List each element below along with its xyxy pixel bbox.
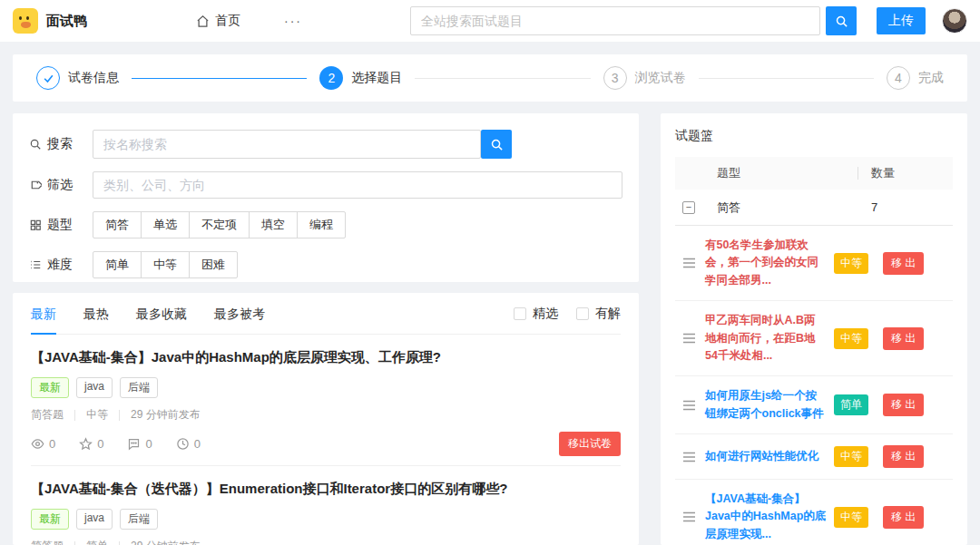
tag-icon	[29, 179, 42, 191]
remove-button[interactable]: 移 出	[883, 394, 924, 416]
group-count: 7	[858, 200, 953, 214]
name-search-button[interactable]	[481, 130, 512, 159]
question-meta: 简答题 中等 29 分钟前发布	[31, 407, 621, 423]
basket-item-title[interactable]: 如何进行网站性能优化	[705, 448, 827, 465]
difficulty-medium-button[interactable]: 中等	[141, 251, 190, 278]
type-short-answer-button[interactable]: 简答	[93, 211, 142, 238]
difficulty-badge: 中等	[834, 446, 868, 467]
step-connector	[699, 78, 874, 79]
tab-hottest[interactable]: 最热	[83, 293, 109, 335]
tag-new[interactable]: 最新	[31, 509, 69, 530]
step-connector	[132, 78, 307, 79]
remove-from-paper-button[interactable]: 移出试卷	[559, 432, 621, 456]
difficulty-hard-button[interactable]: 困难	[189, 251, 238, 278]
tag-backend[interactable]: 后端	[120, 509, 158, 530]
basket-item-title[interactable]: 如何用原生js给一个按钮绑定两个onclick事件	[705, 387, 827, 423]
brand-name: 面试鸭	[46, 13, 87, 30]
top-header: 面试鸭 首页 ··· 上传	[0, 0, 980, 42]
name-search-input[interactable]	[93, 130, 481, 159]
nav-home[interactable]: 首页	[196, 13, 240, 29]
basket-item: 有50名学生参加联欢会，第一个到会的女同学同全部男... 中等 移 出	[675, 226, 953, 301]
drag-handle-icon[interactable]	[682, 333, 696, 344]
drag-handle-icon[interactable]	[682, 452, 696, 462]
tag-backend[interactable]: 后端	[120, 377, 158, 398]
grid-icon	[29, 219, 42, 231]
basket-item-title[interactable]: 有50名学生参加联欢会，第一个到会的女同学同全部男...	[705, 237, 827, 289]
filter-row-label: 筛选	[29, 177, 93, 193]
basket-item-title[interactable]: 【JAVA基础-集合】Java中的HashMap的底层原理实现...	[705, 491, 827, 543]
basket-item: 如何进行网站性能优化 中等 移 出	[675, 434, 953, 480]
step-number: 4	[887, 66, 910, 90]
search-row-label: 搜索	[29, 136, 93, 152]
question-title[interactable]: 【JAVA基础-集合】Java中的HashMap的底层原理实现、工作原理?	[31, 349, 621, 366]
checkbox-icon	[576, 307, 589, 320]
star-count[interactable]: 0	[79, 437, 103, 451]
basket-item: 如何用原生js给一个按钮绑定两个onclick事件 简单 移 出	[675, 376, 953, 434]
comment-count[interactable]: 0	[127, 437, 152, 451]
category-filter-input[interactable]	[93, 171, 622, 199]
step-preview-paper: 3 浏览试卷	[603, 66, 686, 90]
type-fill-blank-button[interactable]: 填空	[249, 211, 298, 238]
view-count: 0	[31, 437, 55, 451]
step-number: 3	[603, 66, 627, 90]
step-label: 选择题目	[351, 70, 402, 86]
basket-table-header: 题型 数量	[675, 157, 953, 190]
global-search-button[interactable]	[826, 6, 857, 35]
tab-most-collected[interactable]: 最多收藏	[136, 293, 187, 335]
question-item: 【JAVA基础-集合】Java中的HashMap的底层原理实现、工作原理? 最新…	[31, 335, 621, 466]
step-select-questions: 2 选择题目	[319, 66, 402, 90]
difficulty-row-label: 难度	[29, 257, 93, 273]
duck-logo-icon[interactable]	[13, 8, 38, 34]
column-count: 数量	[858, 165, 953, 181]
basket-item: 【JAVA基础-集合】Java中的HashMap的底层原理实现... 中等 移 …	[675, 480, 953, 545]
remove-button[interactable]: 移 出	[883, 252, 924, 275]
drag-handle-icon[interactable]	[682, 400, 696, 411]
nav-more-menu[interactable]: ···	[284, 14, 302, 28]
step-done: 4 完成	[887, 66, 944, 90]
nav-home-label: 首页	[215, 13, 240, 29]
checkbox-icon	[514, 307, 526, 320]
remove-button[interactable]: 移 出	[883, 506, 924, 529]
difficulty-badge: 中等	[834, 328, 868, 349]
step-label: 浏览试卷	[635, 70, 686, 86]
drag-handle-icon[interactable]	[682, 511, 696, 522]
type-multi-choice-button[interactable]: 不定项	[189, 211, 250, 238]
tab-newest[interactable]: 最新	[31, 293, 56, 335]
question-title[interactable]: 【JAVA基础-集合（迭代器）】Enumeration接口和Iterator接口…	[31, 481, 621, 498]
tag-java[interactable]: java	[76, 509, 113, 530]
basket-title: 试题篮	[675, 128, 953, 144]
remove-button[interactable]: 移 出	[883, 327, 924, 350]
drag-handle-icon[interactable]	[682, 258, 696, 268]
search-icon	[835, 15, 848, 28]
global-search-input[interactable]	[410, 6, 820, 35]
featured-checkbox[interactable]: 精选	[514, 306, 558, 322]
difficulty-easy-button[interactable]: 简单	[93, 251, 142, 278]
step-check-icon	[36, 66, 60, 90]
step-label: 试卷信息	[68, 70, 119, 86]
filter-panel: 搜索 筛选 题型 简答	[13, 113, 639, 282]
tag-new[interactable]: 最新	[31, 377, 69, 398]
collapse-icon[interactable]: −	[682, 201, 695, 214]
tab-most-tested[interactable]: 最多被考	[214, 293, 265, 335]
has-answer-checkbox[interactable]: 有解	[576, 306, 621, 322]
difficulty-badge: 简单	[834, 394, 868, 415]
step-connector	[415, 78, 590, 79]
upload-button[interactable]: 上传	[877, 7, 926, 34]
type-single-choice-button[interactable]: 单选	[141, 211, 190, 238]
time-count: 0	[176, 437, 201, 451]
tag-java[interactable]: java	[76, 377, 113, 398]
user-avatar[interactable]	[942, 8, 967, 34]
question-basket-panel: 试题篮 题型 数量 − 简答 7 有50名学生参加联欢会，第一个到会的女同学同全…	[661, 113, 967, 545]
magnifier-icon	[29, 138, 42, 151]
eye-icon	[31, 437, 44, 451]
step-number: 2	[319, 66, 343, 90]
question-type-group: 简答 单选 不定项 填空 编程	[93, 211, 346, 238]
step-label: 完成	[918, 70, 944, 86]
question-item: 【JAVA基础-集合（迭代器）】Enumeration接口和Iterator接口…	[31, 466, 621, 545]
type-coding-button[interactable]: 编程	[297, 211, 346, 238]
basket-item-title[interactable]: 甲乙两车同时从A.B两地相向而行，在距B地54千米处相...	[705, 312, 827, 365]
difficulty-group: 简单 中等 困难	[93, 251, 238, 278]
steps-bar: 试卷信息 2 选择题目 3 浏览试卷 4 完成	[13, 54, 967, 102]
remove-button[interactable]: 移 出	[883, 445, 924, 468]
list-icon	[29, 258, 42, 271]
